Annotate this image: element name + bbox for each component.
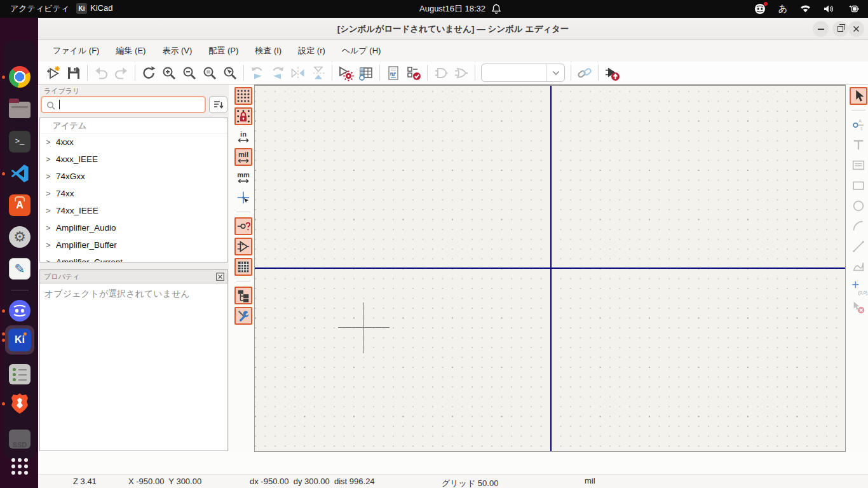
dock-item-ubuntu-software[interactable]: A	[8, 194, 31, 217]
show-hidden-pins-button[interactable]	[234, 217, 252, 235]
close-button[interactable]	[848, 21, 864, 37]
dock-item-ssd-drive[interactable]: SSD	[8, 428, 31, 451]
mirror-vertical-button[interactable]	[310, 65, 327, 81]
expand-chevron-icon[interactable]	[46, 154, 55, 164]
mirror-horizontal-button[interactable]	[290, 65, 306, 81]
units-mils-button[interactable]: mil	[234, 148, 252, 166]
demorgan-standard-button[interactable]	[433, 65, 449, 81]
add-text-tool[interactable]	[850, 136, 867, 154]
zoom-fit-button[interactable]	[201, 65, 218, 81]
demorgan-alternate-button[interactable]	[453, 65, 470, 81]
toggle-library-tree-button[interactable]	[234, 287, 252, 304]
add-pin-tool[interactable]: A1	[850, 116, 867, 133]
battery-icon[interactable]	[846, 4, 859, 13]
dock-item-terminal[interactable]: >_	[8, 130, 31, 153]
toggle-properties-panel-button[interactable]	[234, 307, 252, 325]
library-search-box[interactable]	[41, 96, 206, 113]
library-tree-item[interactable]: 4xxx_IEEE	[40, 151, 227, 168]
refresh-view-button[interactable]	[140, 65, 157, 81]
sync-pins-button[interactable]	[576, 65, 593, 81]
menu-help[interactable]: ヘルプ (H)	[334, 41, 390, 60]
move-anchor-tool[interactable]: (0,0)	[850, 278, 867, 296]
expand-chevron-icon[interactable]	[46, 172, 55, 181]
erc-check-button[interactable]	[405, 65, 422, 81]
zoom-selection-button[interactable]	[222, 65, 238, 81]
discord-tray-icon[interactable]	[754, 3, 766, 15]
panel-splitter[interactable]	[39, 262, 228, 269]
grid-override-button[interactable]	[234, 107, 252, 125]
add-arc-tool[interactable]	[850, 217, 867, 235]
library-tree[interactable]: アイテム 4xxx 4xxx_IEEE 74xGxx 74xx 74xx_IEE…	[39, 118, 228, 262]
rotate-cw-button[interactable]	[269, 65, 286, 81]
dock-item-files[interactable]	[8, 98, 31, 121]
add-polygon-tool[interactable]	[850, 258, 867, 276]
clock-area[interactable]: August16日 18:32	[419, 3, 501, 15]
dropdown-button[interactable]	[546, 64, 564, 81]
add-line-tool[interactable]	[850, 238, 867, 255]
expand-chevron-icon[interactable]	[46, 240, 55, 250]
dock-item-vscode[interactable]	[8, 162, 31, 185]
add-rectangle-tool[interactable]	[850, 177, 867, 194]
expand-chevron-icon[interactable]	[46, 223, 55, 233]
dock-item-kicad[interactable]: Ki	[8, 329, 31, 351]
show-pin-types-button[interactable]	[234, 238, 252, 255]
expand-chevron-icon[interactable]	[46, 257, 55, 262]
undo-button[interactable]	[93, 65, 109, 81]
select-tool-button[interactable]	[850, 87, 867, 105]
restore-button[interactable]	[832, 21, 848, 37]
library-tree-item[interactable]: 74xx_IEEE	[40, 202, 227, 219]
minimize-button[interactable]	[813, 21, 829, 37]
properties-close-button[interactable]	[215, 272, 224, 281]
dock-item-brave[interactable]	[8, 392, 31, 415]
crosshair-cursor-button[interactable]	[234, 189, 252, 207]
unit-select-dropdown[interactable]	[481, 64, 565, 82]
pin-table-button[interactable]	[358, 65, 374, 81]
titlebar[interactable]: [シンボルがロードされていません] — シンボル エディター	[38, 18, 868, 40]
rotate-ccw-button[interactable]	[249, 65, 266, 81]
menu-inspect[interactable]: 検査 (I)	[247, 41, 290, 60]
system-tray[interactable]: あ	[754, 3, 859, 15]
menu-edit[interactable]: 編集 (E)	[107, 41, 154, 60]
library-tree-item[interactable]: 74xx	[40, 185, 227, 202]
activities-button[interactable]: アクティビティ	[10, 3, 69, 15]
expand-chevron-icon[interactable]	[46, 189, 55, 198]
toggle-grid-button[interactable]	[234, 87, 252, 105]
input-method-indicator[interactable]: あ	[778, 3, 787, 15]
units-mm-button[interactable]: mm	[234, 168, 252, 186]
save-button[interactable]	[65, 65, 82, 81]
add-circle-tool[interactable]	[850, 197, 867, 215]
export-symbol-button[interactable]	[604, 65, 620, 81]
schematic-canvas[interactable]	[254, 85, 846, 452]
dock-item-utility[interactable]	[8, 363, 31, 386]
library-tree-item[interactable]: 4xxx	[40, 133, 227, 151]
library-sort-button[interactable]	[209, 96, 227, 113]
wifi-icon[interactable]	[800, 4, 811, 13]
library-tree-item[interactable]: Amplifier_Current	[40, 254, 227, 262]
symbol-properties-button[interactable]	[337, 65, 354, 81]
library-search-input[interactable]	[58, 98, 201, 111]
show-library-table-button[interactable]	[234, 258, 252, 276]
dock-item-settings[interactable]: ⚙	[8, 226, 31, 248]
dock-item-app-grid[interactable]	[8, 455, 31, 478]
library-tree-item[interactable]: 74xGxx	[40, 168, 227, 185]
focused-app-name[interactable]: KiCad	[90, 3, 112, 13]
units-inches-button[interactable]: in	[234, 128, 252, 146]
library-tree-item[interactable]: Amplifier_Buffer	[40, 236, 227, 254]
expand-chevron-icon[interactable]	[46, 206, 55, 215]
library-tree-item[interactable]: Amplifier_Audio	[40, 219, 227, 236]
menu-file[interactable]: ファイル (F)	[44, 41, 107, 60]
dock-item-discord[interactable]	[8, 299, 31, 322]
menu-place[interactable]: 配置 (P)	[200, 41, 247, 60]
volume-icon[interactable]	[824, 4, 834, 13]
menu-view[interactable]: 表示 (V)	[154, 41, 200, 60]
dock-item-chrome[interactable]	[8, 65, 31, 88]
dock-item-text-editor[interactable]: ✎	[8, 257, 31, 280]
expand-chevron-icon[interactable]	[46, 137, 55, 147]
zoom-out-button[interactable]	[181, 65, 198, 81]
add-textbox-tool[interactable]	[850, 156, 867, 174]
delete-tool[interactable]	[850, 299, 867, 316]
menu-preferences[interactable]: 設定 (r)	[290, 41, 334, 60]
redo-button[interactable]	[113, 65, 130, 81]
new-symbol-button[interactable]	[45, 65, 62, 81]
kicad-app-badge[interactable]: Ki	[76, 3, 87, 14]
